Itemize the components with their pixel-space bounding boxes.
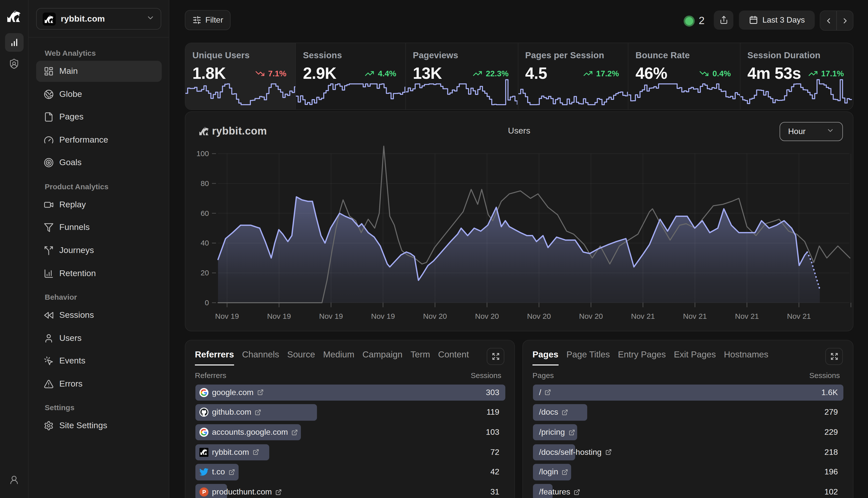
- svg-text:Nov 20: Nov 20: [475, 312, 499, 320]
- svg-text:Nov 19: Nov 19: [319, 312, 343, 320]
- svg-text:20: 20: [201, 268, 209, 277]
- svg-text:Nov 21: Nov 21: [787, 312, 811, 320]
- svg-text:Nov 21: Nov 21: [631, 312, 655, 320]
- svg-text:60: 60: [201, 209, 209, 218]
- svg-text:100: 100: [196, 149, 209, 158]
- svg-text:Nov 19: Nov 19: [371, 312, 395, 320]
- svg-text:Nov 21: Nov 21: [735, 312, 759, 320]
- svg-text:80: 80: [201, 179, 209, 187]
- svg-text:Nov 19: Nov 19: [267, 312, 291, 320]
- svg-text:0: 0: [205, 299, 209, 307]
- svg-text:Nov 19: Nov 19: [215, 312, 239, 320]
- svg-text:40: 40: [201, 239, 209, 247]
- svg-text:Nov 20: Nov 20: [527, 312, 551, 320]
- svg-text:Nov 20: Nov 20: [423, 312, 447, 320]
- svg-text:Nov 21: Nov 21: [683, 312, 707, 320]
- svg-text:Nov 20: Nov 20: [579, 312, 603, 320]
